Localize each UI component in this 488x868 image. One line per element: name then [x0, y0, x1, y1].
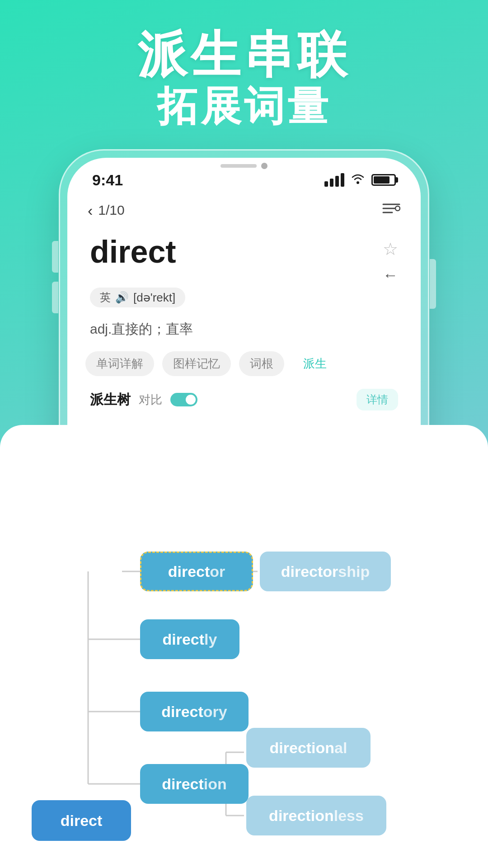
nav-left: ‹ 1/10	[88, 202, 125, 219]
tab-image[interactable]: 图样记忆	[162, 351, 231, 376]
svg-point-0	[357, 181, 359, 184]
derive-header: 派生树 对比 详情	[67, 385, 421, 416]
node-direction-label: direction	[162, 775, 227, 793]
node-directionless[interactable]: directionless	[246, 796, 386, 835]
tab-derive[interactable]: 派生	[292, 351, 338, 376]
phonetic-row: 英 🔊 [də'rekt]	[90, 288, 398, 307]
filter-button[interactable]	[382, 202, 400, 219]
node-directorship[interactable]: directorship	[260, 552, 391, 591]
notch-speaker	[221, 164, 257, 168]
node-directionless-label: directionless	[269, 807, 364, 825]
svg-point-4	[395, 206, 400, 211]
node-directional-label: directional	[270, 739, 347, 757]
side-button-right	[430, 259, 436, 309]
node-direct[interactable]: direct	[32, 800, 131, 841]
speaker-icon[interactable]: 🔊	[115, 291, 129, 304]
detail-button[interactable]: 详情	[357, 389, 398, 410]
node-direct-label: direct	[61, 812, 103, 830]
word-back-button[interactable]: ←	[383, 266, 398, 284]
battery-icon	[371, 174, 396, 186]
phone-notch	[194, 158, 294, 174]
derive-title: 派生树	[90, 391, 131, 409]
signal-icon	[324, 173, 344, 187]
node-directional[interactable]: directional	[246, 728, 371, 768]
bookmark-icon[interactable]: ☆	[383, 239, 398, 259]
back-button[interactable]: ‹	[88, 202, 93, 219]
phonetic-text: [də'rekt]	[133, 291, 175, 305]
word-section: direct ☆ ← 英 🔊 [də'rekt]	[67, 226, 421, 312]
notch-camera	[261, 163, 267, 169]
phonetic-lang: 英	[100, 290, 111, 305]
node-directory[interactable]: directory	[140, 692, 249, 731]
phonetic-badge[interactable]: 英 🔊 [də'rekt]	[90, 288, 185, 307]
node-directory-label: directory	[161, 703, 227, 721]
hero-line1: 派生串联	[0, 27, 488, 82]
node-directly[interactable]: directly	[140, 619, 239, 659]
tabs-row: 单词详解 图样记忆 词根 派生	[67, 342, 421, 385]
compare-label: 对比	[139, 392, 162, 408]
status-icons	[324, 173, 396, 188]
tab-root[interactable]: 词根	[239, 351, 284, 376]
node-director[interactable]: director	[140, 552, 253, 591]
word-definition: adj.直接的；直率	[67, 320, 421, 339]
side-button-left2	[52, 282, 58, 313]
tree-diagram: direct director directorship directly di…	[0, 425, 488, 868]
nav-bar: ‹ 1/10	[67, 194, 421, 226]
wifi-icon	[351, 173, 365, 188]
compare-toggle[interactable]	[170, 393, 197, 406]
side-button-left1	[52, 241, 58, 273]
node-directly-label: directly	[163, 631, 217, 648]
node-directorship-label: directorship	[281, 563, 370, 580]
hero-line2: 拓展词量	[0, 82, 488, 131]
word-title: direct	[90, 235, 176, 269]
hero-section: 派生串联 拓展词量	[0, 27, 488, 131]
tab-detail[interactable]: 单词详解	[85, 351, 154, 376]
node-director-label: director	[168, 563, 225, 580]
tree-card: direct director directorship directly di…	[0, 425, 488, 868]
nav-counter: 1/10	[98, 203, 124, 218]
status-time: 9:41	[92, 171, 123, 189]
node-direction[interactable]: direction	[140, 764, 249, 804]
